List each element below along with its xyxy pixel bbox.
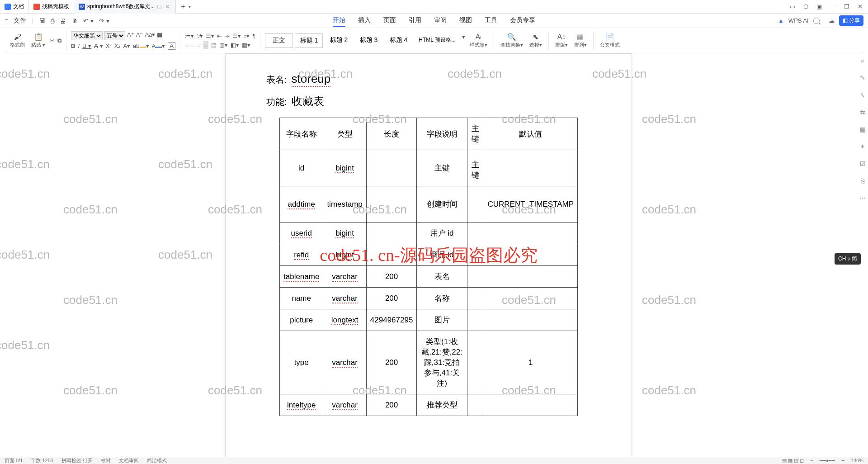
italic-button[interactable]: I	[78, 43, 80, 49]
font-size-select[interactable]: 五号	[104, 31, 125, 40]
paste-button[interactable]: 📋粘贴 ▾	[29, 33, 47, 48]
menu-start[interactable]: 开始	[333, 14, 345, 27]
change-case-icon[interactable]: Aa▾	[145, 31, 155, 40]
minimize-icon[interactable]: —	[830, 3, 836, 10]
font-family-select[interactable]: 华文细黑	[71, 31, 103, 40]
tools-icon[interactable]: ✶	[860, 143, 865, 150]
zoom-slider[interactable]: ━━●━━	[820, 458, 835, 464]
shrink-font-icon[interactable]: A⁻	[136, 31, 143, 40]
menu-review[interactable]: 审阅	[434, 14, 447, 27]
shading-icon[interactable]: ◧▾	[231, 42, 239, 48]
clear-format-icon[interactable]: ▦	[157, 31, 162, 40]
distribute-icon[interactable]: ▤	[211, 42, 217, 48]
close-icon[interactable]: ✕	[164, 4, 171, 10]
zoom-in-icon[interactable]: +	[841, 458, 844, 464]
arrange-button[interactable]: ▦排列▾	[572, 33, 589, 48]
sort-icon[interactable]: ☲▾	[232, 33, 241, 39]
maximize-icon[interactable]: ❐	[844, 3, 849, 10]
menu-page[interactable]: 页面	[383, 14, 396, 27]
style-more-icon[interactable]: ▾	[462, 33, 465, 48]
share-button[interactable]: ◧ 分享	[839, 15, 863, 26]
multilevel-button[interactable]: ☰▾	[206, 33, 214, 39]
style-gallery[interactable]: 正文 标题 1 标题 2 标题 3 标题 4 HTML 预设格... ▾	[265, 33, 465, 48]
bookmark-icon[interactable]: ☑	[860, 160, 866, 167]
cloud-icon[interactable]: ☁	[829, 17, 835, 24]
cube-icon[interactable]: ⬡	[803, 3, 808, 10]
avatar-icon[interactable]: ▣	[816, 3, 822, 10]
style-heading4[interactable]: 标题 4	[384, 33, 412, 48]
highlight-button[interactable]: ab▾	[133, 43, 149, 49]
file-menu[interactable]: 文件	[14, 17, 26, 25]
print-icon[interactable]: 🖨	[60, 17, 66, 24]
pencil-icon[interactable]: ✎	[860, 74, 865, 81]
style-body[interactable]: 正文	[265, 33, 293, 48]
bold-button[interactable]: B	[71, 43, 75, 49]
menu-view[interactable]: 视图	[459, 14, 472, 27]
style-html[interactable]: HTML 预设格...	[414, 33, 460, 48]
new-tab-button[interactable]: ＋ ▾	[176, 0, 194, 14]
strike-button[interactable]: A̶ ▾	[94, 43, 103, 49]
format-brush-button[interactable]: 🖌格式刷	[8, 33, 27, 48]
font-color-button[interactable]: A▾	[123, 43, 130, 49]
zoom-level[interactable]: 146%	[851, 458, 863, 464]
view-mode-icons[interactable]: ▤ ▦ ▥ ◻	[782, 458, 804, 464]
tab-active-document[interactable]: W springbooth8wh6数据库文... ▢ ✕	[74, 0, 176, 14]
document-viewport[interactable]: 表名: storeup 功能: 收藏表 字段名称 类型 长度 字段说明 主键 默…	[0, 53, 857, 457]
align-justify-icon[interactable]: ≡	[203, 41, 209, 49]
cursor-icon[interactable]: ↖	[860, 91, 865, 99]
menu-insert[interactable]: 插入	[358, 14, 371, 27]
switch-icon[interactable]: ⇆	[860, 109, 865, 116]
decrease-indent-icon[interactable]: ⇤	[217, 33, 222, 39]
select-button[interactable]: ⬉选择▾	[528, 33, 544, 48]
hamburger-icon[interactable]: ≡	[5, 17, 8, 24]
align-left-icon[interactable]: ≡	[185, 42, 189, 48]
char-border-button[interactable]: A	[168, 42, 175, 50]
superscript-button[interactable]: X²	[106, 43, 112, 49]
gov-mode-button[interactable]: 📄公文模式	[598, 33, 622, 48]
text-effect-button[interactable]: A▾	[152, 43, 165, 49]
line-spacing-icon[interactable]: ↕▾	[244, 33, 250, 39]
menu-tools[interactable]: 工具	[485, 14, 497, 27]
bullets-button[interactable]: ≔▾	[185, 33, 194, 39]
save-icon[interactable]: 🖫	[39, 17, 45, 24]
note-icon[interactable]: ▤	[860, 126, 866, 133]
clip-icon[interactable]: ⎘	[861, 177, 864, 185]
status-proof[interactable]: 校对	[101, 457, 111, 464]
numbering-button[interactable]: ⅟▾	[197, 33, 203, 39]
preview-icon[interactable]: 🗎	[71, 17, 78, 24]
columns-icon[interactable]: ▥▾	[219, 42, 228, 48]
status-words[interactable]: 字数 1250	[31, 457, 53, 464]
menu-member[interactable]: 会员专享	[510, 14, 535, 27]
search-icon[interactable]	[813, 18, 820, 24]
undo-icon[interactable]: ↶ ▾	[83, 17, 94, 24]
redo-icon[interactable]: ↷ ▾	[99, 17, 109, 24]
status-review[interactable]: 文档审阅	[119, 457, 139, 464]
close-window-icon[interactable]: ✕	[858, 3, 863, 10]
style-heading1[interactable]: 标题 1	[295, 33, 323, 48]
zoom-out-icon[interactable]: −	[810, 458, 813, 464]
tab-documents[interactable]: 文档	[0, 0, 29, 14]
menu-reference[interactable]: 引用	[409, 14, 421, 27]
show-marks-icon[interactable]: ¶	[252, 33, 255, 39]
status-mode[interactable]: 简洁模式	[147, 457, 167, 464]
wps-ai-label[interactable]: WPS AI	[788, 17, 809, 24]
underline-button[interactable]: U ▾	[82, 43, 91, 49]
borders-icon[interactable]: ▦▾	[242, 42, 250, 48]
grow-font-icon[interactable]: A⁺	[127, 31, 134, 40]
collapse-rail-icon[interactable]: «	[861, 57, 864, 64]
style-heading3[interactable]: 标题 3	[354, 33, 382, 48]
align-center-icon[interactable]: ≡	[191, 42, 194, 48]
copy-icon[interactable]: ⧉	[57, 37, 61, 44]
cut-icon[interactable]: ✂	[50, 37, 55, 44]
align-right-icon[interactable]: ≡	[197, 42, 201, 48]
subscript-button[interactable]: X₂	[114, 43, 121, 49]
style-set-button[interactable]: Aᵢ样式集▾	[468, 33, 489, 48]
style-heading2[interactable]: 标题 2	[325, 33, 353, 48]
print-quick-icon[interactable]: ⎙	[51, 17, 54, 24]
layout-button[interactable]: A↕排版▾	[553, 33, 570, 48]
status-spell[interactable]: 拼写检查 打开	[61, 457, 93, 464]
window-snap-icon[interactable]: ▭	[790, 3, 795, 10]
more-icon[interactable]: ⋯	[859, 194, 866, 202]
increase-indent-icon[interactable]: ⇥	[225, 33, 230, 39]
find-replace-button[interactable]: 🔍查找替换▾	[499, 33, 525, 48]
